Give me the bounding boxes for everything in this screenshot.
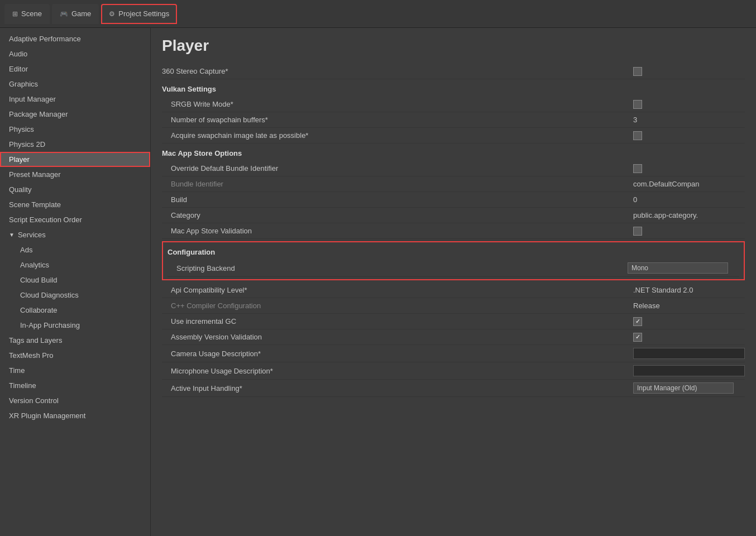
row-microphone-usage-value xyxy=(633,365,745,376)
row-active-input-value: Input Manager (Old) xyxy=(633,382,745,394)
api-compat-text: .NET Standard 2.0 xyxy=(633,286,693,294)
page-title: Player xyxy=(162,37,745,55)
checkbox-acquire[interactable] xyxy=(633,131,642,140)
row-camera-usage: Camera Usage Description* xyxy=(162,345,745,362)
sidebar-item-preset-manager[interactable]: Preset Manager xyxy=(0,167,150,182)
sidebar: Adaptive Performance Audio Editor Graphi… xyxy=(0,28,151,536)
camera-usage-input[interactable] xyxy=(633,348,745,359)
row-active-input-label: Active Input Handling* xyxy=(171,384,633,393)
sidebar-item-xr-plugin-management[interactable]: XR Plugin Management xyxy=(0,408,150,423)
sidebar-item-timeline[interactable]: Timeline xyxy=(0,378,150,393)
tab-game[interactable]: 🎮 Game xyxy=(52,4,99,24)
row-cpp-compiler-label: C++ Compiler Configuration xyxy=(171,302,633,310)
content-area: Player 360 Stereo Capture* Vulkan Settin… xyxy=(151,28,756,536)
category-text: public.app-category. xyxy=(633,211,698,219)
sidebar-item-audio[interactable]: Audio xyxy=(0,46,150,61)
sidebar-item-time[interactable]: Time xyxy=(0,363,150,378)
checkbox-override-bundle[interactable] xyxy=(633,164,642,173)
row-acquire-label: Acquire swapchain image late as possible… xyxy=(171,131,633,140)
row-acquire-value xyxy=(633,131,745,140)
checkbox-assembly-version[interactable] xyxy=(633,333,642,342)
vulkan-header: Vulkan Settings xyxy=(162,82,745,97)
sidebar-item-tags-and-layers[interactable]: Tags and Layers xyxy=(0,333,150,348)
mac-app-store-header: Mac App Store Options xyxy=(162,146,745,161)
sidebar-item-player[interactable]: Player xyxy=(0,152,150,167)
sidebar-item-physics-2d[interactable]: Physics 2D xyxy=(0,137,150,152)
row-cpp-compiler: C++ Compiler Configuration Release xyxy=(162,298,745,314)
row-cpp-compiler-value: Release xyxy=(633,302,745,310)
sidebar-item-services[interactable]: ▼ Services xyxy=(0,227,150,242)
sidebar-item-package-manager[interactable]: Package Manager xyxy=(0,107,150,122)
row-category-value: public.app-category. xyxy=(633,211,745,219)
row-build-label: Build xyxy=(171,195,633,204)
tab-game-label: Game xyxy=(71,9,91,18)
row-assembly-version: Assembly Version Validation xyxy=(162,329,745,345)
scripting-backend-dropdown[interactable]: Mono xyxy=(628,262,728,274)
section-configuration-extra: Api Compatibility Level* .NET Standard 2… xyxy=(162,283,745,397)
settings-icon: ⚙ xyxy=(109,10,115,18)
checkbox-srgb[interactable] xyxy=(633,100,642,109)
row-assembly-version-value xyxy=(633,333,745,342)
row-api-compat: Api Compatibility Level* .NET Standard 2… xyxy=(162,283,745,298)
game-icon: 🎮 xyxy=(60,10,68,18)
row-incremental-gc: Use incremental GC xyxy=(162,314,745,329)
swapchain-number: 3 xyxy=(633,116,637,124)
sidebar-item-script-execution-order[interactable]: Script Execution Order xyxy=(0,212,150,227)
sidebar-item-graphics[interactable]: Graphics xyxy=(0,76,150,92)
row-srgb-value xyxy=(633,100,745,109)
row-scripting-backend-label: Scripting Backend xyxy=(176,264,628,272)
sidebar-item-scene-template[interactable]: Scene Template xyxy=(0,197,150,212)
row-microphone-usage: Microphone Usage Description* xyxy=(162,362,745,380)
row-bundle-id-value: com.DefaultCompan xyxy=(633,180,745,188)
row-camera-usage-label: Camera Usage Description* xyxy=(171,350,633,358)
tab-scene-label: Scene xyxy=(21,9,42,18)
sidebar-item-cloud-build[interactable]: Cloud Build xyxy=(0,272,150,288)
row-api-compat-value: .NET Standard 2.0 xyxy=(633,286,745,294)
row-api-compat-label: Api Compatibility Level* xyxy=(171,286,633,294)
sidebar-item-physics[interactable]: Physics xyxy=(0,122,150,137)
tab-project-settings[interactable]: ⚙ Project Settings xyxy=(101,4,177,24)
row-360-stereo-label: 360 Stereo Capture* xyxy=(162,67,633,75)
tab-scene[interactable]: ⊞ Scene xyxy=(4,4,50,24)
sidebar-item-collaborate[interactable]: Collaborate xyxy=(0,303,150,318)
sidebar-item-editor[interactable]: Editor xyxy=(0,61,150,76)
row-bundle-id: Bundle Identifier com.DefaultCompan xyxy=(162,176,745,192)
sidebar-item-input-manager[interactable]: Input Manager xyxy=(0,92,150,107)
cpp-compiler-text: Release xyxy=(633,302,660,310)
row-override-bundle-label: Override Default Bundle Identifier xyxy=(171,164,633,173)
sidebar-item-textmesh-pro[interactable]: TextMesh Pro xyxy=(0,348,150,363)
sidebar-item-adaptive-performance[interactable]: Adaptive Performance xyxy=(0,31,150,46)
toolbar: ⊞ Scene 🎮 Game ⚙ Project Settings xyxy=(0,0,756,28)
row-override-bundle-id: Override Default Bundle Identifier xyxy=(162,161,745,176)
sidebar-item-ads[interactable]: Ads xyxy=(0,242,150,257)
build-text: 0 xyxy=(633,195,637,204)
row-override-bundle-value xyxy=(633,164,745,173)
microphone-usage-input[interactable] xyxy=(633,365,745,376)
sidebar-item-in-app-purchasing[interactable]: In-App Purchasing xyxy=(0,318,150,333)
section-mac-app-store: Mac App Store Options Override Default B… xyxy=(162,146,745,239)
row-swapchain-buffers: Number of swapchain buffers* 3 xyxy=(162,112,745,128)
sidebar-item-cloud-diagnostics[interactable]: Cloud Diagnostics xyxy=(0,288,150,303)
row-category: Category public.app-category. xyxy=(162,208,745,223)
section-configuration: Configuration Scripting Backend Mono xyxy=(162,241,745,280)
row-incremental-gc-label: Use incremental GC xyxy=(171,317,633,326)
row-acquire-swapchain: Acquire swapchain image late as possible… xyxy=(162,128,745,143)
row-scripting-backend: Scripting Backend Mono xyxy=(168,260,739,277)
row-active-input-handling: Active Input Handling* Input Manager (Ol… xyxy=(162,380,745,397)
sidebar-item-version-control[interactable]: Version Control xyxy=(0,393,150,408)
row-incremental-gc-value xyxy=(633,317,745,326)
checkbox-incremental-gc[interactable] xyxy=(633,317,642,326)
row-scripting-backend-value: Mono xyxy=(628,262,739,274)
row-mac-validation-value xyxy=(633,227,745,236)
row-360-stereo-value xyxy=(633,67,745,76)
row-360-stereo: 360 Stereo Capture* xyxy=(162,64,745,79)
row-bundle-id-label: Bundle Identifier xyxy=(171,180,633,188)
checkbox-360-stereo[interactable] xyxy=(633,67,642,76)
row-microphone-usage-label: Microphone Usage Description* xyxy=(171,367,633,375)
checkbox-mac-validation[interactable] xyxy=(633,227,642,236)
sidebar-item-analytics[interactable]: Analytics xyxy=(0,257,150,272)
sidebar-item-quality[interactable]: Quality xyxy=(0,182,150,197)
row-srgb-write-mode: SRGB Write Mode* xyxy=(162,97,745,112)
active-input-dropdown[interactable]: Input Manager (Old) xyxy=(633,382,734,394)
row-srgb-label: SRGB Write Mode* xyxy=(171,100,633,108)
